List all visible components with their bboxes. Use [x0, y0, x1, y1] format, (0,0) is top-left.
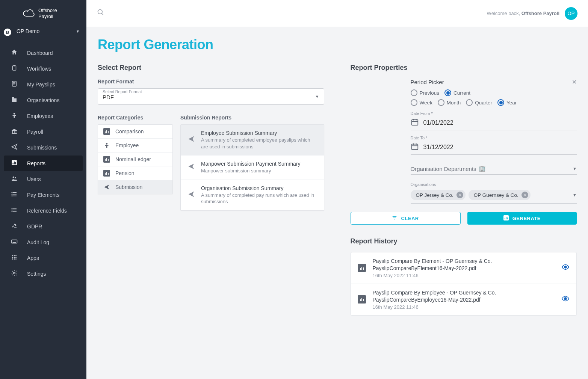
report-history: Report History Payslip Compare By Elemen…: [351, 237, 577, 316]
nav-item-workflows[interactable]: Workflows: [0, 61, 86, 77]
period-relative-row: Previous Current: [411, 89, 577, 96]
select-report-heading: Select Report: [98, 64, 324, 72]
category-label: Comparison: [115, 128, 144, 134]
category-label: NominalLedger: [115, 156, 151, 162]
send-icon: [187, 190, 195, 200]
report-item[interactable]: Manpower Submission Payment SummaryManpo…: [181, 156, 324, 180]
radio-week[interactable]: Week: [411, 99, 432, 106]
calendar-icon[interactable]: [411, 142, 419, 152]
nav-item-submissions[interactable]: Submissions: [0, 140, 86, 156]
report-title: Organisation Submission Summary: [201, 185, 317, 191]
svg-point-24: [12, 208, 12, 209]
report-item[interactable]: Organisation Submission SummaryA summary…: [181, 180, 324, 210]
caret-down-icon[interactable]: ▼: [573, 193, 577, 197]
nav-item-gdpr[interactable]: GDPR: [0, 219, 86, 234]
svg-point-34: [15, 257, 17, 258]
svg-point-20: [12, 196, 12, 196]
send-icon: [103, 184, 110, 190]
date-from-input[interactable]: 01/01/2022: [411, 116, 577, 130]
history-date: 16th May 2022 11:46: [373, 304, 555, 310]
nav-label: Organisations: [27, 97, 59, 103]
nav-item-pay-elements[interactable]: Pay Elements: [0, 187, 86, 203]
radio-month-label: Month: [447, 100, 461, 106]
svg-point-33: [14, 257, 15, 258]
nav-item-users[interactable]: Users: [0, 171, 86, 187]
report-desc: A summary of completed pay runs which ar…: [201, 192, 317, 205]
nav-label: Reports: [27, 160, 45, 166]
calendar-icon[interactable]: [411, 118, 419, 128]
category-nominalledger[interactable]: NominalLedger: [98, 153, 172, 166]
eye-icon[interactable]: [561, 263, 570, 273]
submission-reports-heading: Submission Reports: [180, 115, 324, 121]
svg-point-37: [15, 258, 17, 260]
svg-point-32: [12, 257, 13, 258]
page-title: Report Generation: [98, 37, 577, 53]
history-item[interactable]: Payslip Compare By Element - OP Guernsey…: [351, 252, 577, 284]
chip-remove-icon[interactable]: ✕: [456, 192, 463, 198]
svg-point-19: [12, 194, 12, 195]
chip-label: OP Jersey & Co.: [416, 192, 453, 198]
send-icon: [187, 163, 195, 172]
report-properties-col: Report Properties Period Picker ✕ Previo…: [351, 64, 577, 316]
organisations-select[interactable]: OP Jersey & Co.✕OP Guernsey & Co.✕ ▼: [411, 187, 577, 204]
nav-item-employees[interactable]: Employees: [0, 108, 86, 124]
svg-rect-46: [106, 158, 107, 161]
nav-item-organisations[interactable]: Organisations: [0, 92, 86, 108]
nav-label: Employees: [27, 113, 53, 119]
report-properties-heading: Report Properties: [351, 64, 577, 72]
report-format-select[interactable]: Select Report Format PDF ▼: [98, 88, 324, 105]
nav-item-settings[interactable]: Settings: [0, 266, 86, 282]
svg-point-35: [12, 258, 13, 260]
bank-icon: [11, 128, 18, 136]
clear-button[interactable]: CLEAR: [351, 212, 461, 225]
svg-rect-10: [13, 163, 14, 165]
home-icon: [11, 49, 18, 57]
radio-previous[interactable]: Previous: [411, 89, 440, 96]
svg-point-26: [12, 211, 12, 212]
search-icon[interactable]: [97, 9, 104, 18]
radio-year[interactable]: Year: [497, 99, 517, 106]
category-pension[interactable]: Pension: [98, 166, 172, 180]
nav-item-dashboard[interactable]: Dashboard: [0, 45, 86, 61]
category-comparison[interactable]: Comparison: [98, 125, 172, 139]
report-format-heading: Report Format: [98, 79, 324, 85]
date-from-value: 01/01/2022: [423, 119, 453, 126]
svg-rect-49: [106, 172, 107, 175]
avatar[interactable]: OP: [565, 7, 577, 20]
nav-item-reports[interactable]: Reports: [4, 156, 83, 171]
svg-point-39: [98, 10, 103, 14]
radio-week-label: Week: [420, 100, 432, 106]
radio-current[interactable]: Current: [444, 89, 470, 96]
nav-item-reference-fields[interactable]: Reference Fields: [0, 203, 86, 219]
org-selector[interactable]: OP Demo ▼: [17, 28, 80, 36]
nav-item-payroll[interactable]: Payroll: [0, 124, 86, 140]
svg-rect-50: [108, 173, 109, 175]
radio-current-label: Current: [453, 90, 470, 96]
radio-month[interactable]: Month: [438, 99, 461, 106]
org-chip: OP Guernsey & Co.✕: [469, 190, 531, 200]
nav-item-apps[interactable]: Apps: [0, 250, 86, 266]
history-item[interactable]: Payslip Compare By Employee - OP Guernse…: [351, 284, 577, 315]
keyboard-icon: [11, 238, 18, 246]
svg-rect-12: [15, 162, 16, 165]
report-item[interactable]: Employee Submission SummaryA summary of …: [181, 125, 324, 156]
generate-button[interactable]: GENERATE: [467, 212, 577, 225]
report-history-heading: Report History: [351, 237, 577, 245]
send-icon: [11, 143, 18, 152]
close-icon[interactable]: ✕: [572, 79, 577, 86]
eye-icon[interactable]: [561, 294, 570, 305]
chip-remove-icon[interactable]: ✕: [521, 192, 528, 198]
date-to-input[interactable]: 31/12/2022: [411, 141, 577, 155]
report-title: Manpower Submission Payment Summary: [201, 161, 301, 167]
history-list: Payslip Compare By Element - OP Guernsey…: [351, 252, 577, 316]
category-submission[interactable]: Submission: [98, 180, 172, 194]
nav-item-my-payslips[interactable]: My Payslips: [0, 77, 86, 92]
nav-item-audit-log[interactable]: Audit Log: [0, 234, 86, 250]
welcome-text: Welcome back, Offshore Payroll: [487, 11, 559, 16]
category-employee[interactable]: Employee: [98, 139, 172, 153]
departments-select[interactable]: Organisation Departments 🏢 ▼: [411, 165, 577, 175]
nav-label: Reference Fields: [27, 208, 67, 214]
radio-quarter[interactable]: Quarter: [466, 99, 492, 106]
period-span-row: Week Month Quarter Year: [411, 99, 577, 106]
svg-point-69: [564, 266, 567, 268]
